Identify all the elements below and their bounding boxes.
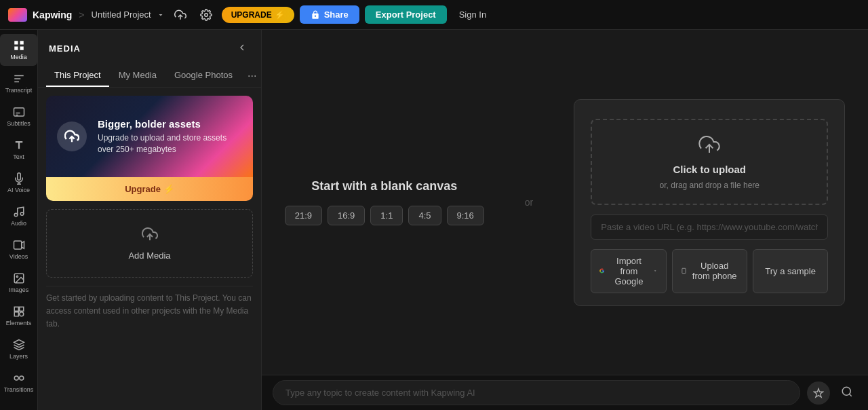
- promo-description: Upgrade to upload and store assets over …: [98, 132, 242, 155]
- sidebar-item-text[interactable]: Text: [0, 134, 37, 166]
- tab-my-media[interactable]: My Media: [111, 64, 165, 87]
- sidebar-item-ai-voice[interactable]: AI Voice: [0, 167, 37, 199]
- ratio-16-9[interactable]: 16:9: [328, 206, 365, 225]
- transcript-icon: [13, 73, 25, 85]
- svg-point-15: [20, 212, 24, 216]
- sidebar-item-transcript[interactable]: Transcript: [0, 67, 37, 99]
- promo-upgrade-button[interactable]: Upgrade ⚡: [125, 184, 174, 194]
- text-icon: [13, 139, 25, 151]
- svg-marker-17: [21, 242, 24, 249]
- sidebar-item-videos[interactable]: Videos: [0, 234, 37, 265]
- ratio-4-5[interactable]: 4:5: [408, 206, 441, 225]
- canvas-or-label: or: [525, 197, 533, 208]
- images-icon: [13, 272, 25, 284]
- tab-this-project[interactable]: This Project: [46, 64, 109, 87]
- icon-sidebar: Media Transcript Subtitles Text AI Voice…: [0, 30, 38, 410]
- panel-tabs: This Project My Media Google Photos ···: [38, 64, 261, 88]
- sidebar-item-transitions[interactable]: Transitions: [0, 367, 37, 398]
- sidebar-item-elements[interactable]: Elements: [0, 300, 37, 332]
- panel-divider: [46, 286, 253, 286]
- svg-rect-20: [14, 307, 18, 311]
- sidebar-item-audio[interactable]: Audio: [0, 200, 37, 232]
- upload-drag-label: or, drag and drop a file here: [660, 181, 760, 190]
- ratio-21-9[interactable]: 21:9: [285, 206, 322, 225]
- layers-icon: [13, 339, 25, 351]
- elements-icon: [13, 305, 25, 318]
- ratio-9-16[interactable]: 9:16: [447, 206, 484, 225]
- add-media-area[interactable]: Add Media: [46, 209, 253, 278]
- project-name[interactable]: Untitled Project: [92, 10, 151, 20]
- canvas-area: Start with a blank canvas 21:9 16:9 1:1 …: [262, 30, 868, 410]
- tabs-more-button[interactable]: ···: [242, 68, 262, 84]
- upload-icon: [142, 226, 158, 242]
- svg-rect-22: [14, 312, 18, 316]
- chevron-down-icon: [157, 11, 165, 19]
- topbar: Kapwing > Untitled Project UPGRADE ⚡ Sha…: [0, 0, 868, 30]
- upload-actions: Import from Google Upload from phone Try…: [591, 249, 828, 293]
- svg-rect-21: [19, 307, 23, 311]
- media-icon: [13, 39, 25, 52]
- panel-content: Bigger, bolder assets Upgrade to upload …: [38, 88, 261, 410]
- transitions-icon: [13, 372, 25, 384]
- svg-rect-30: [682, 268, 685, 273]
- media-panel: MEDIA This Project My Media Google Photo…: [38, 30, 262, 410]
- upload-zone-icon: [698, 134, 720, 158]
- svg-rect-3: [20, 41, 23, 44]
- bottom-bar: [262, 375, 868, 410]
- sidebar-item-layers[interactable]: Layers: [0, 333, 37, 365]
- promo-footer: Upgrade ⚡: [46, 177, 253, 201]
- upload-drop-zone[interactable]: Click to upload or, drag and drop a file…: [591, 119, 828, 205]
- try-sample-button[interactable]: Try a sample: [753, 249, 828, 293]
- share-button[interactable]: Share: [300, 5, 359, 24]
- upgrade-button[interactable]: UPGRADE ⚡: [222, 7, 294, 23]
- svg-point-14: [14, 213, 18, 217]
- chevron-left-icon: [237, 42, 248, 53]
- settings-icon-btn[interactable]: [196, 5, 216, 25]
- media-panel-header: MEDIA: [38, 30, 261, 64]
- chevron-down-small-icon: [653, 267, 657, 275]
- breadcrumb-sep: >: [79, 10, 84, 20]
- ratio-1-1[interactable]: 1:1: [370, 206, 403, 225]
- sidebar-item-media[interactable]: Media: [0, 34, 37, 66]
- export-button[interactable]: Export Project: [365, 5, 447, 24]
- blank-canvas-title: Start with a blank canvas: [311, 179, 457, 193]
- svg-rect-4: [14, 47, 18, 50]
- brand-name: Kapwing: [33, 10, 72, 20]
- subtitles-icon: [13, 106, 25, 118]
- google-icon: [599, 266, 604, 276]
- upload-phone-button[interactable]: Upload from phone: [672, 249, 747, 293]
- import-google-button[interactable]: Import from Google: [591, 249, 666, 293]
- url-input[interactable]: [591, 215, 828, 240]
- upload-click-label: Click to upload: [673, 164, 747, 175]
- svg-rect-16: [14, 241, 21, 249]
- svg-point-1: [204, 13, 208, 16]
- svg-line-33: [849, 394, 851, 396]
- audio-icon: [13, 206, 25, 218]
- main-layout: Media Transcript Subtitles Text AI Voice…: [0, 30, 868, 410]
- tab-google-photos[interactable]: Google Photos: [166, 64, 241, 87]
- upload-icon-btn[interactable]: [170, 5, 191, 25]
- signin-button[interactable]: Sign In: [452, 5, 493, 24]
- svg-rect-2: [14, 41, 18, 44]
- add-media-label: Add Media: [128, 250, 170, 261]
- ai-voice-icon: [13, 172, 25, 185]
- kapwing-logo: [8, 8, 27, 22]
- promo-text: Bigger, bolder assets Upgrade to upload …: [98, 118, 242, 155]
- search-button[interactable]: [837, 381, 857, 404]
- svg-marker-24: [14, 340, 24, 346]
- svg-point-26: [19, 376, 23, 380]
- ai-input[interactable]: [273, 380, 800, 405]
- sidebar-item-subtitles[interactable]: Subtitles: [0, 100, 37, 132]
- promo-title: Bigger, bolder assets: [98, 118, 242, 130]
- blank-canvas-section: Start with a blank canvas 21:9 16:9 1:1 …: [285, 179, 484, 225]
- collapse-panel-button[interactable]: [234, 39, 250, 58]
- svg-point-19: [16, 276, 18, 277]
- media-panel-title: MEDIA: [49, 43, 81, 54]
- canvas-ratio-buttons: 21:9 16:9 1:1 4:5 9:16: [285, 206, 484, 225]
- ai-sparkle-button[interactable]: [807, 381, 830, 405]
- svg-point-23: [19, 312, 23, 316]
- sidebar-item-images[interactable]: Images: [0, 267, 37, 299]
- promo-card: Bigger, bolder assets Upgrade to upload …: [46, 96, 253, 201]
- sparkle-icon: [813, 388, 824, 398]
- svg-rect-9: [14, 108, 24, 116]
